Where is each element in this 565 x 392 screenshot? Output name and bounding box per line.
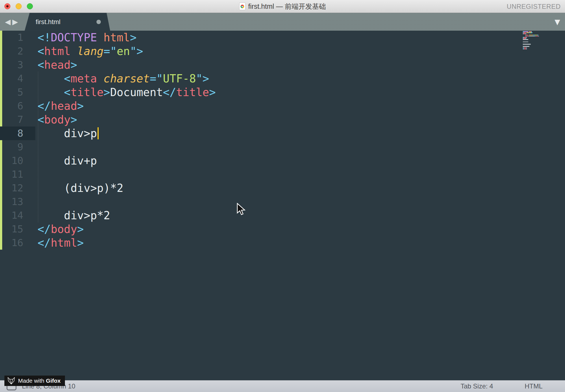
code-text: <!DOCTYPE html> bbox=[38, 31, 136, 44]
code-line[interactable]: 11 bbox=[0, 168, 565, 181]
indent-guide bbox=[38, 72, 38, 222]
syntax-menu[interactable]: HTML bbox=[525, 382, 543, 390]
code-lines: 1<!DOCTYPE html>2<html lang="en">3<head>… bbox=[0, 31, 565, 250]
tab-forward-icon[interactable]: ▶ bbox=[12, 18, 18, 26]
line-number: 12 bbox=[0, 181, 35, 195]
code-line[interactable]: 6</head> bbox=[0, 99, 565, 113]
line-number: 9 bbox=[0, 140, 35, 154]
status-bar: Line 8, Column 10 Tab Size: 4 HTML bbox=[0, 380, 565, 392]
tab-label: first.html bbox=[36, 13, 61, 31]
code-text: <head> bbox=[38, 58, 77, 72]
code-line[interactable]: 7<body> bbox=[0, 113, 565, 126]
tab-back-icon[interactable]: ◀ bbox=[5, 18, 11, 26]
window-title: first.html — 前端开发基础 bbox=[248, 2, 326, 11]
code-line[interactable]: 9 bbox=[0, 140, 565, 154]
code-line[interactable]: 1<!DOCTYPE html> bbox=[0, 31, 565, 44]
window-title-group: first.html — 前端开发基础 bbox=[239, 2, 326, 11]
unregistered-label: UNREGISTERED bbox=[507, 0, 561, 13]
code-line[interactable]: 4 <meta charset="UTF-8"> bbox=[0, 72, 565, 85]
line-number: 4 bbox=[0, 72, 35, 85]
fox-icon bbox=[7, 377, 15, 385]
line-number: 11 bbox=[0, 168, 35, 181]
tab-size-menu[interactable]: Tab Size: 4 bbox=[461, 382, 493, 390]
code-text: </body> bbox=[38, 222, 84, 236]
document-proxy-icon bbox=[239, 2, 246, 10]
gifox-watermark-label: Made with Gifox bbox=[18, 377, 61, 384]
traffic-lights bbox=[4, 3, 33, 9]
code-text: <meta charset="UTF-8"> bbox=[38, 72, 209, 85]
titlebar: first.html — 前端开发基础 UNREGISTERED bbox=[0, 0, 565, 13]
code-text: <body> bbox=[38, 113, 77, 126]
line-number: 7 bbox=[0, 113, 35, 126]
code-line[interactable]: 15</body> bbox=[0, 222, 565, 236]
code-line[interactable]: 8 div>p bbox=[0, 126, 565, 140]
gifox-watermark: Made with Gifox bbox=[4, 376, 65, 386]
minimize-button[interactable] bbox=[16, 3, 22, 9]
tab-bar: ◀ ▶ first.html ▼ bbox=[0, 13, 565, 31]
code-line[interactable]: 12 (div>p)*2 bbox=[0, 181, 565, 195]
tab-first-html[interactable]: first.html bbox=[25, 13, 110, 31]
zoom-button[interactable] bbox=[27, 3, 33, 9]
code-text: div+p bbox=[38, 154, 97, 168]
code-text: div>p*2 bbox=[38, 209, 110, 222]
line-number: 6 bbox=[0, 99, 35, 113]
line-number: 1 bbox=[0, 31, 35, 44]
text-caret bbox=[98, 127, 99, 139]
mouse-cursor bbox=[237, 203, 246, 216]
code-text: (div>p)*2 bbox=[38, 181, 123, 195]
code-text: <title>Document</title> bbox=[38, 85, 216, 99]
code-line[interactable]: 2<html lang="en"> bbox=[0, 44, 565, 58]
line-number: 5 bbox=[0, 85, 35, 99]
tab-list-dropdown-icon[interactable]: ▼ bbox=[555, 13, 560, 31]
minimap[interactable] bbox=[523, 31, 543, 50]
code-editor[interactable]: 1<!DOCTYPE html>2<html lang="en">3<head>… bbox=[0, 31, 565, 380]
code-text: </html> bbox=[38, 236, 84, 250]
line-number: 3 bbox=[0, 58, 35, 72]
code-text: div>p bbox=[38, 126, 99, 140]
line-number: 16 bbox=[0, 236, 35, 250]
line-number: 10 bbox=[0, 154, 35, 168]
tab-modified-dot-icon[interactable] bbox=[96, 20, 101, 24]
code-line[interactable]: 16</html> bbox=[0, 236, 565, 250]
code-line[interactable]: 13 bbox=[0, 195, 565, 209]
code-line[interactable]: 3<head> bbox=[0, 58, 565, 72]
code-text: </head> bbox=[38, 99, 84, 113]
code-line[interactable]: 14 div>p*2 bbox=[0, 209, 565, 222]
code-line[interactable]: 10 div+p bbox=[0, 154, 565, 168]
code-line[interactable]: 5 <title>Document</title> bbox=[0, 85, 565, 99]
line-number: 14 bbox=[0, 209, 35, 222]
line-number: 15 bbox=[0, 222, 35, 236]
line-number: 2 bbox=[0, 44, 35, 58]
line-number: 8 bbox=[0, 126, 35, 140]
line-number: 13 bbox=[0, 195, 35, 209]
close-button-modified[interactable] bbox=[4, 3, 10, 9]
code-text: <html lang="en"> bbox=[38, 44, 143, 58]
